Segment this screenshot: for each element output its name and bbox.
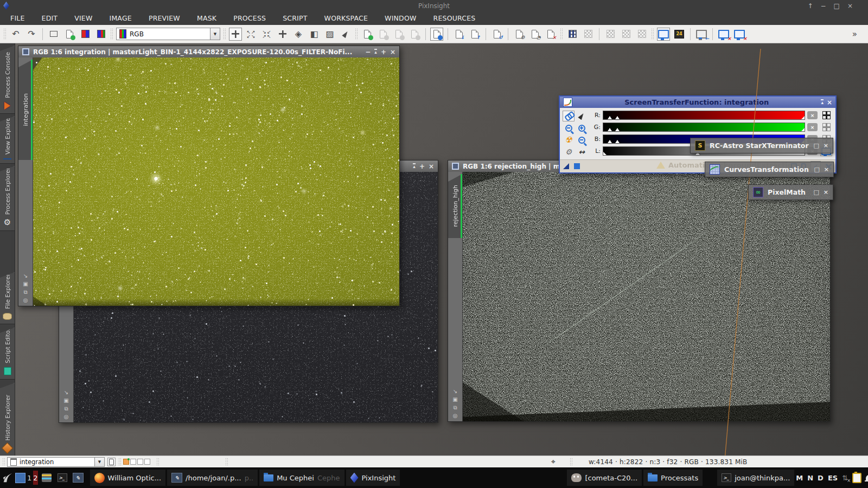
load-process-icon[interactable]: ↓ (452, 28, 465, 41)
minimize-button[interactable]: − (821, 2, 826, 10)
reset-process-icon[interactable]: ↺ (490, 28, 503, 41)
stf-titlebar[interactable]: ScreenTransferFunction: integration ▴ × (560, 97, 835, 108)
track-view-icon[interactable]: ◎ (64, 414, 69, 420)
fit-window-icon[interactable]: ↘ (23, 273, 28, 279)
new-view-button[interactable] (107, 458, 116, 466)
edit-preview-mode-icon[interactable]: ▨ (323, 28, 336, 41)
clear-stf-icon[interactable]: × (733, 28, 746, 41)
statusbar-handle[interactable] (156, 458, 159, 466)
fit-view-icon[interactable]: ▣ (23, 281, 28, 287)
tab-process-console[interactable]: Process Console (0, 46, 15, 114)
toolbar-handle[interactable] (355, 28, 358, 40)
show-mask-icon[interactable] (566, 28, 579, 41)
tab-script-editor[interactable]: Script Editor (0, 328, 15, 380)
zoom-11-icon[interactable] (576, 134, 588, 145)
workspace-swatch-3[interactable] (137, 459, 143, 465)
view-selector[interactable]: integration ▼ (7, 457, 105, 467)
integration-image-window[interactable]: RGB 1:6 integration | masterLight_BIN-1_… (18, 46, 400, 306)
new-preview-mode-icon[interactable]: ◧ (308, 28, 321, 41)
notifications-icon[interactable] (866, 475, 868, 480)
kbd-indicator-m[interactable]: M (796, 474, 803, 482)
kbd-layout-es[interactable]: ES (828, 474, 838, 482)
curvestransformation-window[interactable]: CurvesTransformation □ × (705, 162, 834, 177)
select-mask-icon[interactable] (635, 28, 648, 41)
close-button[interactable]: × (429, 163, 434, 170)
duplicate-view-icon[interactable]: ⧉ (23, 289, 27, 295)
menu-edit[interactable]: EDIT (42, 14, 58, 22)
edit-mask-icon[interactable] (604, 28, 617, 41)
tab-file-explorer[interactable]: File Explorer (0, 272, 15, 324)
tab-process-explorer[interactable]: Process Explorer ⚙ (0, 166, 15, 231)
track-view-icon[interactable]: ◎ (23, 297, 28, 303)
track-view-icon[interactable] (563, 163, 569, 169)
statusbar-handle[interactable] (118, 458, 121, 466)
24bit-lut-icon[interactable]: 24 (673, 28, 686, 41)
pan-mode-icon[interactable] (276, 28, 289, 41)
zoom-in-icon[interactable] (576, 123, 588, 133)
menu-mask[interactable]: MASK (197, 14, 216, 22)
restore-button[interactable]: □ (813, 142, 819, 149)
dropdown-arrow-icon[interactable]: ▼ (94, 458, 104, 466)
kbd-indicator-n[interactable]: N (807, 474, 813, 482)
menu-script[interactable]: SCRIPT (283, 14, 307, 22)
workspace-1-button[interactable]: 1 (27, 471, 31, 485)
new-image-icon[interactable] (63, 28, 76, 41)
extract-channels-icon[interactable] (79, 28, 92, 41)
tab-view-explorer[interactable]: View Explorer (0, 116, 15, 164)
zoom-button[interactable]: + (381, 49, 386, 55)
readout-mode-icon[interactable] (229, 28, 242, 41)
close-button[interactable]: × (827, 99, 832, 106)
restore-button[interactable]: □ (813, 189, 819, 196)
red-readout-icon[interactable] (822, 111, 831, 119)
workspace-swatch-2[interactable] (130, 459, 136, 465)
toolbar-handle[interactable] (3, 28, 7, 40)
shade-button[interactable]: ▴ (413, 163, 416, 169)
stf-red-slider[interactable] (603, 111, 805, 120)
menu-resources[interactable]: RESOURCES (433, 14, 476, 22)
toolbar-handle[interactable] (223, 28, 226, 40)
toolbar-handle[interactable] (651, 28, 654, 40)
new-process-icon[interactable] (361, 28, 374, 41)
apply-stf-icon[interactable]: ← (695, 28, 708, 41)
applications-menu-icon[interactable] (2, 471, 14, 484)
roll-up-button[interactable]: ↑ (807, 2, 813, 10)
select-mode-icon[interactable] (339, 28, 352, 41)
edit-stf-icon[interactable] (576, 111, 588, 121)
menu-image[interactable]: IMAGE (110, 14, 132, 22)
task-pixinsight[interactable]: PixInsight (346, 470, 400, 486)
fit-view-icon[interactable]: ▣ (63, 397, 68, 403)
fit-view-icon[interactable]: ▣ (452, 396, 457, 402)
duplicate-process-icon[interactable] (408, 28, 421, 41)
display-channel-select[interactable]: RGB ▼ (116, 28, 220, 40)
integration-image-canvas[interactable] (33, 57, 399, 306)
auto-stretch-icon[interactable]: ☢ (563, 134, 575, 145)
task-editor-home[interactable]: ✎ /home/joan/.p...p.. (167, 470, 258, 486)
network-offline-icon[interactable]: ⇅ (842, 474, 848, 482)
save-process-icon[interactable]: ↑ (468, 28, 481, 41)
green-readout-icon[interactable] (822, 123, 831, 131)
stf-enabled-icon[interactable] (657, 28, 670, 41)
restore-button[interactable]: □ (814, 166, 819, 173)
menu-file[interactable]: FILE (10, 14, 25, 22)
maximize-button[interactable]: □ (834, 2, 840, 10)
center-image-icon[interactable]: ◈ (292, 28, 305, 41)
redo-icon[interactable]: ↷ (25, 28, 38, 41)
toolbar-overflow-icon[interactable]: » (852, 29, 857, 39)
close-button[interactable]: × (824, 142, 828, 149)
menu-window[interactable]: WINDOW (385, 14, 416, 22)
task-terminal-joan[interactable]: >_ joan@thinkpa... (717, 470, 794, 486)
scroll-mode-icon[interactable]: ↔ (576, 146, 588, 157)
text-editor-launcher-icon[interactable]: ✎ (71, 473, 85, 483)
edit-process-icon[interactable] (376, 28, 390, 41)
menu-preview[interactable]: PREVIEW (149, 14, 180, 22)
task-gimp[interactable]: [cometa-C20... (567, 470, 642, 486)
kbd-indicator-d[interactable]: D (818, 474, 824, 482)
pixelmath-window[interactable]: ∞ PixelMath □ × (748, 184, 833, 200)
fit-window-icon[interactable]: ↘ (453, 388, 457, 394)
reset-red-icon[interactable]: × (807, 111, 818, 119)
iconize-button[interactable]: − (365, 49, 371, 55)
track-view-icon[interactable]: ◎ (453, 413, 458, 419)
link-rgb-icon[interactable] (563, 111, 575, 121)
clone-process-icon[interactable] (392, 28, 405, 41)
task-processats[interactable]: Processats (643, 470, 703, 486)
